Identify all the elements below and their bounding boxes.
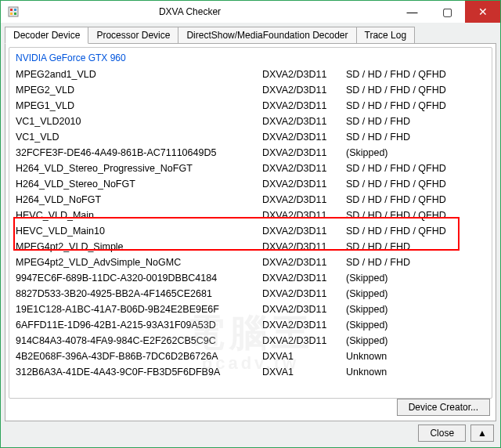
decoder-row[interactable]: H264_VLD_Stereo_NoFGTDXVA2/D3D11SD / HD … bbox=[16, 176, 485, 192]
decoder-api: DXVA2/D3D11 bbox=[262, 192, 346, 208]
scroll-up-button[interactable]: ▲ bbox=[470, 425, 494, 442]
decoder-resolution: (Skipped) bbox=[346, 317, 485, 333]
close-dialog-button[interactable]: Close bbox=[418, 425, 466, 442]
app-window: DXVA Checker — ▢ ✕ Decoder Device Proces… bbox=[0, 0, 501, 448]
decoder-api: DXVA1 bbox=[262, 364, 346, 380]
panel-footer: Device Creator... bbox=[9, 399, 492, 417]
decoder-api: DXVA2/D3D11 bbox=[262, 270, 346, 286]
decoder-row[interactable]: 32FCFE3F-DE46-4A49-861B-AC71110649D5DXVA… bbox=[16, 145, 485, 161]
decoder-name: MPEG2and1_VLD bbox=[16, 67, 262, 82]
decoder-row[interactable]: MPEG2and1_VLDDXVA2/D3D11SD / HD / FHD / … bbox=[16, 67, 485, 82]
decoder-resolution: SD / HD / FHD / QFHD bbox=[346, 161, 485, 176]
decoder-row[interactable]: MPEG2_VLDDXVA2/D3D11SD / HD / FHD / QFHD bbox=[16, 82, 485, 98]
decoder-resolution: SD / HD / FHD / QFHD bbox=[346, 176, 485, 192]
decoder-resolution: SD / HD / FHD bbox=[346, 114, 485, 129]
tab-panel: NVIDIA GeForce GTX 960 MPEG2and1_VLDDXVA… bbox=[5, 43, 496, 421]
tab-directshow-mediafoundation[interactable]: DirectShow/MediaFoundation Decoder bbox=[178, 27, 356, 44]
decoder-row[interactable]: 9947EC6F-689B-11DC-A320-0019DBBC4184DXVA… bbox=[16, 270, 485, 286]
decoder-api: DXVA2/D3D11 bbox=[262, 161, 346, 176]
decoder-resolution: (Skipped) bbox=[346, 270, 485, 286]
decoder-api: DXVA2/D3D11 bbox=[262, 98, 346, 114]
decoder-row[interactable]: MPEG1_VLDDXVA2/D3D11SD / HD / FHD / QFHD bbox=[16, 98, 485, 114]
decoder-resolution: SD / HD / FHD / QFHD bbox=[346, 223, 485, 239]
decoder-row[interactable]: 19E1C128-A1BC-41A7-B06D-9B24E2BE9E6FDXVA… bbox=[16, 302, 485, 317]
decoder-resolution: Unknown bbox=[346, 364, 485, 380]
decoder-name: H264_VLD_NoFGT bbox=[16, 192, 262, 208]
decoder-api: DXVA2/D3D11 bbox=[262, 223, 346, 239]
decoder-name: MPEG4pt2_VLD_Simple bbox=[16, 239, 262, 255]
decoder-row[interactable]: HEVC_VLD_MainDXVA2/D3D11SD / HD / FHD / … bbox=[16, 208, 485, 223]
decoder-resolution: (Skipped) bbox=[346, 145, 485, 161]
decoder-name: 9947EC6F-689B-11DC-A320-0019DBBC4184 bbox=[16, 270, 262, 286]
decoder-name: MPEG4pt2_VLD_AdvSimple_NoGMC bbox=[16, 255, 262, 270]
close-button[interactable]: ✕ bbox=[465, 1, 500, 23]
decoder-resolution: SD / HD / FHD bbox=[346, 239, 485, 255]
decoder-api: DXVA2/D3D11 bbox=[262, 333, 346, 349]
decoder-api: DXVA2/D3D11 bbox=[262, 239, 346, 255]
decoder-name: H264_VLD_Stereo_Progressive_NoFGT bbox=[16, 161, 262, 176]
window-footer: Close ▲ bbox=[5, 425, 496, 443]
decoder-name: 8827D533-3B20-4925-BB2A-4F1465CE2681 bbox=[16, 286, 262, 302]
device-creator-button[interactable]: Device Creator... bbox=[397, 399, 490, 416]
decoder-row[interactable]: H264_VLD_Stereo_Progressive_NoFGTDXVA2/D… bbox=[16, 161, 485, 176]
decoder-api: DXVA2/D3D11 bbox=[262, 114, 346, 129]
decoder-resolution: SD / HD / FHD / QFHD bbox=[346, 98, 485, 114]
decoder-resolution: (Skipped) bbox=[346, 302, 485, 317]
decoder-resolution: SD / HD / FHD bbox=[346, 129, 485, 145]
decoder-api: DXVA2/D3D11 bbox=[262, 286, 346, 302]
decoder-row[interactable]: 4B2E068F-396A-43DF-B86B-7DC6D2B6726ADXVA… bbox=[16, 349, 485, 364]
decoder-resolution: SD / HD / FHD / QFHD bbox=[346, 192, 485, 208]
decoder-name: 4B2E068F-396A-43DF-B86B-7DC6D2B6726A bbox=[16, 349, 262, 364]
decoder-name: H264_VLD_Stereo_NoFGT bbox=[16, 176, 262, 192]
decoder-row[interactable]: 914C84A3-4078-4FA9-984C-E2F262CB5C9CDXVA… bbox=[16, 333, 485, 349]
decoder-row[interactable]: H264_VLD_NoFGTDXVA2/D3D11SD / HD / FHD /… bbox=[16, 192, 485, 208]
decoder-api: DXVA2/D3D11 bbox=[262, 302, 346, 317]
decoder-name: 914C84A3-4078-4FA9-984C-E2F262CB5C9C bbox=[16, 333, 262, 349]
decoder-row[interactable]: HEVC_VLD_Main10DXVA2/D3D11SD / HD / FHD … bbox=[16, 223, 485, 239]
maximize-button[interactable]: ▢ bbox=[430, 1, 465, 23]
decoder-api: DXVA2/D3D11 bbox=[262, 67, 346, 82]
decoder-api: DXVA2/D3D11 bbox=[262, 129, 346, 145]
decoder-name: HEVC_VLD_Main10 bbox=[16, 223, 262, 239]
decoder-name: MPEG1_VLD bbox=[16, 98, 262, 114]
tab-decoder-device[interactable]: Decoder Device bbox=[5, 27, 88, 44]
decoder-api: DXVA2/D3D11 bbox=[262, 317, 346, 333]
decoder-name: 32FCFE3F-DE46-4A49-861B-AC71110649D5 bbox=[16, 145, 262, 161]
decoder-name: 6AFFD11E-1D96-42B1-A215-93A31F09A53D bbox=[16, 317, 262, 333]
device-name: NVIDIA GeForce GTX 960 bbox=[16, 52, 485, 63]
minimize-button[interactable]: — bbox=[395, 1, 430, 23]
decoder-resolution: SD / HD / FHD / QFHD bbox=[346, 82, 485, 98]
decoder-name: VC1_VLD bbox=[16, 129, 262, 145]
decoder-resolution: SD / HD / FHD / QFHD bbox=[346, 67, 485, 82]
decoder-row[interactable]: MPEG4pt2_VLD_AdvSimple_NoGMCDXVA2/D3D11S… bbox=[16, 255, 485, 270]
tab-trace-log[interactable]: Trace Log bbox=[356, 27, 416, 44]
decoder-name: 19E1C128-A1BC-41A7-B06D-9B24E2BE9E6F bbox=[16, 302, 262, 317]
decoder-group: NVIDIA GeForce GTX 960 MPEG2and1_VLDDXVA… bbox=[9, 47, 492, 399]
titlebar: DXVA Checker — ▢ ✕ bbox=[1, 1, 500, 23]
tab-processor-device[interactable]: Processor Device bbox=[88, 27, 178, 44]
decoder-name: HEVC_VLD_Main bbox=[16, 208, 262, 223]
decoder-row[interactable]: VC1_VLD2010DXVA2/D3D11SD / HD / FHD bbox=[16, 114, 485, 129]
decoder-api: DXVA2/D3D11 bbox=[262, 145, 346, 161]
window-buttons: — ▢ ✕ bbox=[395, 1, 500, 23]
decoder-api: DXVA2/D3D11 bbox=[262, 255, 346, 270]
decoder-row[interactable]: 312B6A3A-41DE-4A43-9C0F-FB3D5F6DFB9ADXVA… bbox=[16, 364, 485, 380]
tab-strip: Decoder Device Processor Device DirectSh… bbox=[5, 27, 496, 44]
decoder-row[interactable]: MPEG4pt2_VLD_SimpleDXVA2/D3D11SD / HD / … bbox=[16, 239, 485, 255]
window-title: DXVA Checker bbox=[0, 6, 395, 17]
decoder-row[interactable]: VC1_VLDDXVA2/D3D11SD / HD / FHD bbox=[16, 129, 485, 145]
decoder-row[interactable]: 6AFFD11E-1D96-42B1-A215-93A31F09A53DDXVA… bbox=[16, 317, 485, 333]
decoder-api: DXVA1 bbox=[262, 349, 346, 364]
decoder-resolution: (Skipped) bbox=[346, 286, 485, 302]
decoder-api: DXVA2/D3D11 bbox=[262, 82, 346, 98]
decoder-name: 312B6A3A-41DE-4A43-9C0F-FB3D5F6DFB9A bbox=[16, 364, 262, 380]
decoder-resolution: SD / HD / FHD / QFHD bbox=[346, 208, 485, 223]
decoder-name: VC1_VLD2010 bbox=[16, 114, 262, 129]
decoder-resolution: SD / HD / FHD bbox=[346, 255, 485, 270]
decoder-list: MPEG2and1_VLDDXVA2/D3D11SD / HD / FHD / … bbox=[16, 67, 485, 380]
decoder-resolution: (Skipped) bbox=[346, 333, 485, 349]
decoder-name: MPEG2_VLD bbox=[16, 82, 262, 98]
decoder-resolution: Unknown bbox=[346, 349, 485, 364]
decoder-api: DXVA2/D3D11 bbox=[262, 208, 346, 223]
decoder-row[interactable]: 8827D533-3B20-4925-BB2A-4F1465CE2681DXVA… bbox=[16, 286, 485, 302]
